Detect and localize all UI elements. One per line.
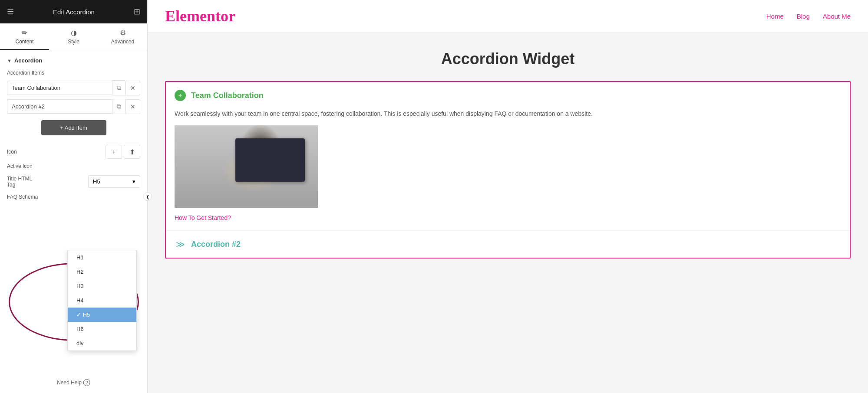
tab-style[interactable]: ◑ Style xyxy=(49,23,98,50)
content-tab-label: Content xyxy=(15,39,33,45)
panel-collapse-handle[interactable]: ❮ xyxy=(143,192,152,201)
page-body: Accordion Widget + Team Collaboration Wo… xyxy=(148,33,868,393)
nav-item-about[interactable]: About Me xyxy=(823,13,851,20)
icon-picker-button-2[interactable]: ⬆ xyxy=(124,145,140,159)
accordion-item-1-input[interactable] xyxy=(7,81,112,95)
accordion-body-1: Work seamlessly with your team in one ce… xyxy=(166,109,850,230)
panel-title: Edit Accordion xyxy=(53,8,95,16)
dropdown-option-h1[interactable]: H1 xyxy=(68,250,136,265)
accordion-item-1-delete-button[interactable]: ✕ xyxy=(125,81,140,95)
title-html-tag-row: Title HTML Tag H5 ▾ xyxy=(7,175,140,188)
page-title: Accordion Widget xyxy=(165,50,851,68)
content-tab-icon: ✏ xyxy=(22,29,27,37)
help-circle-icon: ? xyxy=(83,379,90,386)
accordion-image-1 xyxy=(175,125,318,208)
active-icon-label: Active Icon xyxy=(7,163,42,169)
accordion-item-1-duplicate-button[interactable]: ⧉ xyxy=(112,80,125,95)
dropdown-chevron-icon: ▾ xyxy=(132,178,135,185)
style-tab-icon: ◑ xyxy=(71,29,77,37)
dropdown-option-h3[interactable]: H3 xyxy=(68,279,136,293)
hamburger-icon[interactable]: ☰ xyxy=(7,7,14,16)
accordion-description-1: Work seamlessly with your team in one ce… xyxy=(175,109,841,118)
dropdown-option-div[interactable]: div xyxy=(68,336,136,350)
icon-label: Icon xyxy=(7,149,42,155)
panel-body: ▼ Accordion Accordion Items ⧉ ✕ ⧉ ✕ + Ad… xyxy=(0,50,147,393)
accordion-item-row: ⧉ ✕ xyxy=(7,80,140,95)
accordion-header-1[interactable]: + Team Collaboration xyxy=(166,82,850,109)
accordion-link-1[interactable]: How To Get Started? xyxy=(175,214,231,221)
dropdown-option-h6[interactable]: H6 xyxy=(68,322,136,336)
title-html-tag-label: Title HTML Tag xyxy=(7,176,42,188)
tab-advanced[interactable]: ⚙ Advanced xyxy=(98,23,147,50)
selected-tag-value: H5 xyxy=(93,178,100,185)
accordion-item-2-delete-button[interactable]: ✕ xyxy=(125,99,140,114)
accordion-item-2-duplicate-button[interactable]: ⧉ xyxy=(112,99,125,114)
section-collapse-icon[interactable]: ▼ xyxy=(7,58,12,63)
site-nav: Home Blog About Me xyxy=(766,13,851,20)
main-content: Elementor Home Blog About Me Accordion W… xyxy=(148,0,868,393)
panel-tabs: ✏ Content ◑ Style ⚙ Advanced xyxy=(0,23,147,50)
nav-item-home[interactable]: Home xyxy=(766,13,784,20)
active-icon-field-row: Active Icon xyxy=(7,163,140,169)
dropdown-option-h2[interactable]: H2 xyxy=(68,265,136,279)
add-item-button[interactable]: + Add Item xyxy=(41,120,106,135)
site-header: Elementor Home Blog About Me xyxy=(148,0,868,33)
dropdown-option-h5[interactable]: H5 xyxy=(68,308,136,322)
accordion-section-title: ▼ Accordion xyxy=(7,57,140,64)
nav-item-blog[interactable]: Blog xyxy=(797,13,810,20)
accordion-header-2[interactable]: ≫ Accordion #2 xyxy=(166,231,850,258)
advanced-tab-label: Advanced xyxy=(111,39,134,45)
accordion-title-2: Accordion #2 xyxy=(191,240,241,249)
grid-icon[interactable]: ⊞ xyxy=(134,7,140,16)
icon-picker-button[interactable]: + xyxy=(106,145,122,159)
site-logo: Elementor xyxy=(165,7,235,25)
icon-field-row: Icon + ⬆ xyxy=(7,145,140,159)
faq-schema-label: FAQ Schema xyxy=(7,194,42,200)
accordion-items-label: Accordion Items xyxy=(7,70,140,76)
tab-content[interactable]: ✏ Content xyxy=(0,23,49,50)
title-html-tag-select[interactable]: H5 ▾ xyxy=(88,175,140,188)
accordion-widget: + Team Collaboration Work seamlessly wit… xyxy=(165,81,851,259)
advanced-tab-icon: ⚙ xyxy=(120,29,126,37)
accordion-section-2: ≫ Accordion #2 xyxy=(166,231,850,258)
accordion-expand-icon-1: + xyxy=(175,90,186,101)
accordion-item-row-2: ⧉ ✕ xyxy=(7,99,140,114)
accordion-section-1: + Team Collaboration Work seamlessly wit… xyxy=(166,82,850,231)
accordion-item-2-input[interactable] xyxy=(7,99,112,114)
left-panel: ☰ Edit Accordion ⊞ ✏ Content ◑ Style ⚙ A… xyxy=(0,0,148,393)
accordion-expand-icon-2: ≫ xyxy=(175,239,186,250)
panel-header: ☰ Edit Accordion ⊞ xyxy=(0,0,147,23)
html-tag-dropdown: H1 H2 H3 H4 H5 H6 div xyxy=(67,250,137,351)
accordion-title-1: Team Collaboration xyxy=(191,91,264,100)
need-help-label: Need Help xyxy=(57,380,82,386)
dropdown-option-h4[interactable]: H4 xyxy=(68,293,136,308)
need-help-section[interactable]: Need Help ? xyxy=(57,379,90,386)
style-tab-label: Style xyxy=(68,39,79,45)
faq-schema-row: FAQ Schema xyxy=(7,194,140,200)
